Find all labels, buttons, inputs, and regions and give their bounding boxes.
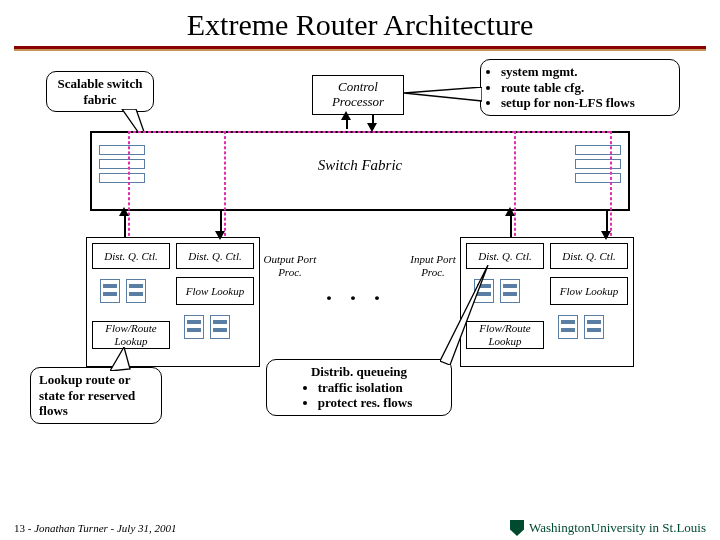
- cp-arrow-up: [341, 111, 351, 120]
- distq-heading: Distrib. queueing: [275, 364, 443, 380]
- left-q2: [126, 279, 146, 303]
- left-flowroute: Flow/Route Lookup: [92, 321, 170, 349]
- right-distq-2: Dist. Q. Ctl.: [550, 243, 628, 269]
- lookup-tail: [110, 347, 140, 371]
- left-flowlookup: Flow Lookup: [176, 277, 254, 305]
- left-q3: [184, 315, 204, 339]
- pink-dash-h: [128, 131, 610, 133]
- title-rule: [14, 46, 706, 49]
- wustl-logo: WashingtonUniversity in St.Louis: [510, 520, 706, 536]
- sysmgmt-item-3: setup for non-LFS flows: [501, 95, 671, 111]
- callout-lookup: Lookup route or state for reserved flows: [30, 367, 162, 424]
- output-port-proc-label: Output Port Proc.: [262, 243, 318, 289]
- sysmgmt-item-1: system mgmt.: [501, 64, 671, 80]
- sysmgmt-tail: [404, 87, 482, 107]
- fabric-port-left: [96, 141, 148, 199]
- callout-sysmgmt: system mgmt. route table cfg. setup for …: [480, 59, 680, 116]
- left-q4: [210, 315, 230, 339]
- card-arrow-l2-dn: [215, 231, 225, 240]
- shield-icon: [510, 520, 524, 536]
- pink-dash-1: [128, 131, 130, 241]
- diagram-canvas: Control Processor system mgmt. route tab…: [0, 51, 720, 491]
- control-processor-box: Control Processor: [312, 75, 404, 115]
- card-arrow-r2-dn: [601, 231, 611, 240]
- card-arrow-l1-up: [119, 207, 129, 216]
- right-flowlookup: Flow Lookup: [550, 277, 628, 305]
- left-distq-1: Dist. Q. Ctl.: [92, 243, 170, 269]
- svg-marker-3: [110, 347, 130, 371]
- pink-dash-4: [610, 131, 612, 241]
- footer-page: 13: [14, 522, 25, 534]
- right-q2: [500, 279, 520, 303]
- distq-item-2: protect res. flows: [318, 395, 412, 411]
- footer-sep: -: [25, 522, 34, 534]
- fabric-port-right: [572, 141, 624, 199]
- card-arrow-r1-up: [505, 207, 515, 216]
- footer: 13 - Jonathan Turner - July 31, 2001: [14, 522, 177, 534]
- wustl-text: WashingtonUniversity in St.Louis: [529, 520, 706, 536]
- left-q1: [100, 279, 120, 303]
- callout-scalable: Scalable switch fabric: [46, 71, 154, 112]
- pink-dash-2: [224, 131, 226, 241]
- right-q3: [558, 315, 578, 339]
- distq-tail: [440, 265, 496, 365]
- ellipsis-icon: . . .: [326, 279, 386, 306]
- slide-title: Extreme Router Architecture: [0, 0, 720, 46]
- right-q4: [584, 315, 604, 339]
- svg-marker-0: [404, 87, 482, 101]
- pink-dash-3: [514, 131, 516, 241]
- callout-distq: Distrib. queueing traffic isolation prot…: [266, 359, 452, 416]
- distq-item-1: traffic isolation: [318, 380, 412, 396]
- sysmgmt-item-2: route table cfg.: [501, 80, 671, 96]
- svg-marker-2: [440, 265, 488, 365]
- footer-author: Jonathan Turner - July 31, 2001: [34, 522, 176, 534]
- switch-fabric-label: Switch Fabric: [300, 157, 420, 174]
- left-distq-2: Dist. Q. Ctl.: [176, 243, 254, 269]
